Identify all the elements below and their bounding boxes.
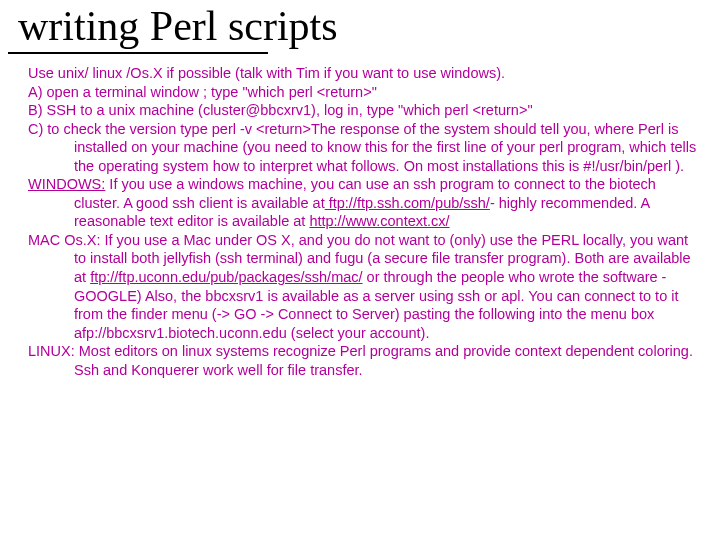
- linux-block: LINUX: Most editors on linux systems rec…: [28, 342, 700, 379]
- item-b: B) SSH to a unix machine (cluster@bbcxrv…: [28, 101, 700, 120]
- mac-block: MAC Os.X: If you use a Mac under OS X, a…: [28, 231, 700, 342]
- intro-line: Use unix/ linux /Os.X if possible (talk …: [28, 64, 700, 83]
- slide: writing Perl scripts Use unix/ linux /Os…: [0, 0, 720, 540]
- uconn-link[interactable]: ftp://ftp.uconn.edu/pub/packages/ssh/mac…: [90, 269, 362, 285]
- item-c: C) to check the version type perl -v <re…: [28, 120, 700, 176]
- windows-label: WINDOWS:: [28, 176, 105, 192]
- windows-block: WINDOWS: If you use a windows machine, y…: [28, 175, 700, 231]
- item-a: A) open a terminal window ; type "which …: [28, 83, 700, 102]
- title-underline: [8, 52, 268, 54]
- context-link[interactable]: http://www.context.cx/: [309, 213, 449, 229]
- body-text: Use unix/ linux /Os.X if possible (talk …: [8, 64, 712, 379]
- page-title: writing Perl scripts: [8, 2, 712, 50]
- ssh-link[interactable]: ftp://ftp.ssh.com/pub/ssh/: [325, 195, 490, 211]
